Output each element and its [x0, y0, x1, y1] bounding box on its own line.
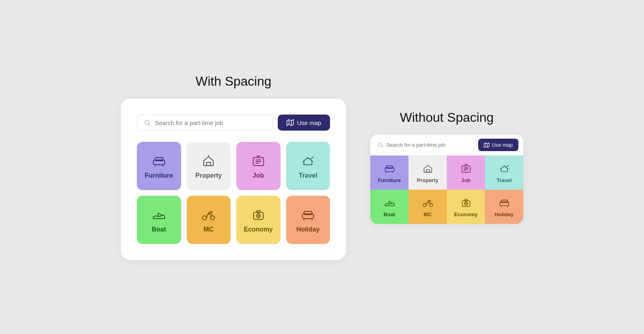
svg-marker-30 [484, 143, 489, 148]
with-spacing-title: With Spacing [196, 74, 272, 89]
svg-point-22 [258, 215, 259, 217]
tile-label-holiday-spacing: Holiday [296, 226, 320, 233]
svg-rect-51 [464, 199, 467, 201]
svg-line-29 [381, 146, 382, 147]
svg-rect-9 [206, 162, 211, 166]
search-icon-compact [378, 142, 383, 148]
without-spacing-section: Without Spacing Use map [370, 110, 523, 224]
mc-icon-compact [421, 196, 434, 209]
tile-property-spacing[interactable]: Property [187, 142, 231, 190]
tile-label-property-compact: Property [417, 177, 438, 183]
svg-point-50 [465, 203, 466, 204]
with-spacing-section: With Spacing Use map [121, 74, 346, 260]
travel-icon-compact [498, 162, 511, 175]
tile-label-property-spacing: Property [195, 172, 222, 179]
tile-furniture-spacing[interactable]: Furniture [137, 142, 181, 190]
tile-economy-spacing[interactable]: Economy [236, 196, 281, 244]
search-row-compact: Use map [370, 135, 523, 156]
tile-label-economy-compact: Economy [454, 211, 478, 217]
svg-point-19 [211, 211, 212, 213]
with-spacing-card: Use map Furniture [121, 98, 346, 260]
job-icon [250, 153, 266, 169]
travel-icon [300, 153, 316, 169]
svg-point-21 [256, 214, 260, 218]
tile-label-job-spacing: Job [253, 172, 264, 179]
svg-point-45 [423, 203, 426, 207]
tile-label-boat-compact: Boat [384, 211, 395, 217]
svg-point-28 [378, 143, 382, 146]
economy-icon [250, 207, 266, 223]
tile-travel-spacing[interactable]: Travel [286, 142, 330, 190]
svg-point-17 [202, 216, 206, 220]
economy-icon-compact [460, 196, 473, 209]
tile-job-compact[interactable]: Job [447, 156, 485, 190]
tile-mc-spacing[interactable]: MC [187, 196, 231, 244]
holiday-icon-compact [498, 196, 511, 209]
tile-mc-compact[interactable]: MC [409, 190, 447, 224]
tile-label-mc-compact: MC [423, 211, 431, 217]
tile-label-holiday-compact: Holiday [495, 211, 514, 217]
search-icon [144, 119, 151, 126]
tile-holiday-spacing[interactable]: Holiday [286, 196, 330, 244]
svg-rect-20 [254, 212, 263, 219]
tile-boat-compact[interactable]: Boat [370, 190, 409, 224]
search-input-wrap-compact[interactable] [375, 140, 478, 150]
tile-label-furniture-compact: Furniture [378, 177, 401, 183]
svg-point-0 [145, 120, 149, 125]
svg-line-1 [149, 124, 150, 125]
svg-rect-48 [462, 201, 470, 206]
search-input-spacing[interactable] [155, 119, 266, 126]
tile-travel-compact[interactable]: Travel [485, 156, 523, 190]
svg-rect-37 [426, 170, 429, 172]
boat-icon [151, 207, 167, 223]
tile-furniture-compact[interactable]: Furniture [370, 156, 409, 190]
tile-holiday-compact[interactable]: Holiday [485, 190, 523, 224]
without-spacing-card: Use map Furniture Property [370, 135, 523, 224]
property-icon [200, 153, 217, 169]
svg-point-47 [429, 200, 431, 201]
tile-label-travel-spacing: Travel [299, 172, 317, 179]
mc-icon [200, 207, 217, 223]
map-icon-compact [484, 142, 489, 148]
category-grid-spacing: Furniture Property [137, 142, 330, 244]
map-icon-spacing [287, 119, 294, 126]
svg-rect-23 [257, 211, 260, 213]
svg-marker-2 [287, 120, 294, 126]
holiday-icon [300, 207, 316, 223]
svg-point-49 [464, 202, 468, 205]
tile-label-economy-spacing: Economy [244, 226, 273, 233]
use-map-button-spacing[interactable]: Use map [278, 115, 330, 131]
tile-label-boat-spacing: Boat [152, 226, 166, 233]
search-row-spacing: Use map [137, 115, 330, 131]
category-grid-compact: Furniture Property [370, 156, 523, 224]
tile-label-travel-compact: Travel [497, 177, 512, 183]
tile-label-mc-spacing: MC [204, 226, 214, 233]
tile-job-spacing[interactable]: Job [236, 142, 281, 190]
boat-icon-compact [383, 196, 396, 209]
furniture-icon [151, 153, 167, 169]
search-input-wrap-spacing[interactable] [137, 115, 273, 131]
search-input-compact[interactable] [386, 142, 476, 148]
tile-boat-spacing[interactable]: Boat [137, 196, 181, 244]
property-icon-compact [421, 162, 434, 175]
tile-label-furniture-spacing: Furniture [145, 172, 173, 179]
furniture-icon-compact [383, 162, 396, 175]
tile-label-job-compact: Job [461, 177, 471, 183]
tile-property-compact[interactable]: Property [409, 156, 447, 190]
tile-economy-compact[interactable]: Economy [447, 190, 485, 224]
without-spacing-title: Without Spacing [400, 110, 493, 125]
job-icon-compact [460, 162, 473, 175]
use-map-button-compact[interactable]: Use map [478, 139, 518, 151]
